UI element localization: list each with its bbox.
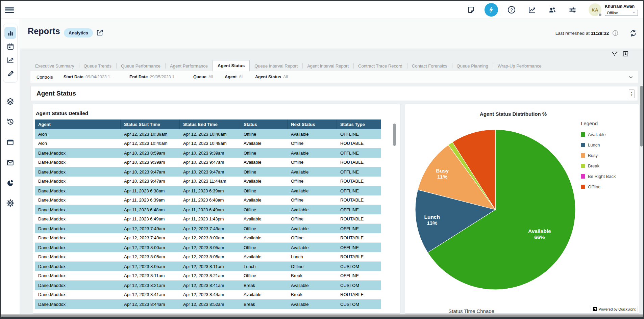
sidebar-item-settings[interactable] — [1, 199, 20, 207]
metrics-chart-icon[interactable] — [522, 1, 542, 19]
filter-start-date[interactable]: Start Date09/04/2023 1... — [64, 75, 114, 79]
column-header-status[interactable]: Status — [240, 119, 288, 129]
tab-agent-interval-report[interactable]: Agent Interval Report — [302, 61, 353, 71]
table-cell: Dane.Maddox — [35, 186, 121, 195]
last-refreshed-text: Last refreshed at 11:28:32 — [555, 31, 609, 36]
table-cell: OFFLINE — [337, 186, 381, 195]
table-cell: Apr 12, 2023 8:05am — [121, 262, 180, 271]
info-icon[interactable] — [612, 30, 619, 36]
column-header-status-start-time[interactable]: Status Start Time — [121, 119, 180, 129]
column-header-status-end-time[interactable]: Status End Time — [180, 119, 240, 129]
legend-label: Available — [588, 132, 606, 137]
tab-queue-performance[interactable]: Queue Performance — [116, 61, 165, 71]
table-row[interactable]: Dane.MaddoxApr 12, 2023 8:11amApr 12, 20… — [35, 271, 381, 281]
legend-item-lunch[interactable]: Lunch — [581, 142, 616, 148]
sidebar-item-analytics[interactable] — [1, 179, 20, 187]
notes-icon[interactable] — [461, 1, 481, 19]
filter-end-date[interactable]: End Date29/05/2023 1... — [129, 75, 178, 79]
table-cell: Available — [240, 290, 288, 299]
table-cell: ROUTABLE — [337, 195, 381, 205]
table-row[interactable]: Dane.MaddoxApr 11, 2023 6:48amApr 11, 20… — [35, 205, 381, 214]
filter-queue[interactable]: QueueAll — [193, 75, 213, 79]
table-cell: Apr 12, 2023 10:40am — [121, 139, 180, 148]
tab-wrap-up-performance[interactable]: Wrap-Up Performance — [493, 61, 546, 71]
column-header-status-type[interactable]: Status Type — [337, 119, 381, 129]
table-cell: Dane.Maddox — [35, 252, 121, 261]
agent-status-select[interactable]: Offline — [605, 10, 638, 16]
tab-executive-summary[interactable]: Executive Summary — [30, 61, 79, 71]
controls-collapse-chevron-icon[interactable] — [628, 75, 633, 81]
table-row[interactable]: Dane.MaddoxApr 10, 2023 9:39amApr 10, 20… — [35, 158, 381, 167]
table-row[interactable]: Dane.MaddoxApr 12, 2023 8:44amApr 12, 20… — [35, 299, 381, 309]
export-icon[interactable] — [622, 51, 629, 58]
sidebar-item-design[interactable] — [4, 68, 16, 79]
table-cell: Offline — [288, 233, 337, 242]
table-row[interactable]: Dane.MaddoxApr 11, 2023 6:49amApr 11, 20… — [35, 214, 381, 224]
sidebar-item-reports[interactable] — [4, 27, 16, 39]
table-row[interactable]: Dane.MaddoxApr 12, 2023 7:49amApr 12, 20… — [35, 224, 381, 233]
table-row[interactable]: Dane.MaddoxApr 12, 2023 8:21amApr 12, 20… — [35, 281, 381, 290]
section-stepper[interactable]: ▲▼ — [629, 89, 635, 98]
calendar-icon — [6, 43, 15, 51]
table-row[interactable]: Dane.MaddoxApr 10, 2023 9:47amApr 10, 20… — [35, 177, 381, 186]
sidebar-item-mail[interactable] — [1, 158, 20, 167]
sidebar-item-history[interactable] — [1, 117, 20, 126]
filter-agent[interactable]: AgentAll — [225, 75, 243, 79]
tab-queue-planning[interactable]: Queue Planning — [452, 61, 493, 71]
quicksight-badge: Powered by QuickSight — [591, 306, 638, 312]
tab-queue-interval-report[interactable]: Queue Interval Report — [250, 61, 302, 71]
table-row[interactable]: Dane.MaddoxApr 12, 2023 8:05amApr 12, 20… — [35, 252, 381, 262]
agent-status-detailed-panel: Agent Status Detailed AgentStatus Start … — [33, 104, 400, 314]
column-header-next-status[interactable]: Next Status — [288, 119, 337, 129]
table-cell: Offline — [240, 148, 288, 158]
sidebar-item-workspace[interactable] — [1, 138, 20, 147]
tab-contract-trace-record[interactable]: Contract Trace Record — [353, 61, 407, 71]
menu-icon[interactable] — [5, 6, 14, 14]
table-row[interactable]: Dane.MaddoxApr 10, 2023 8:59amApr 10, 20… — [35, 148, 381, 158]
external-link-icon[interactable] — [96, 29, 104, 38]
avatar[interactable]: KA — [589, 3, 601, 16]
table-row[interactable]: AlonApr 12, 2023 10:40amApr 12, 2023 10:… — [35, 139, 381, 148]
tab-agent-performance[interactable]: Agent Performance — [165, 61, 213, 71]
realtime-metrics-bolt-icon[interactable] — [481, 1, 501, 19]
legend-item-available[interactable]: Available — [581, 132, 616, 137]
table-row[interactable]: Dane.MaddoxApr 12, 2023 8:05amApr 12, 20… — [35, 262, 381, 271]
table-cell: Apr 12, 2023 8:00am — [180, 233, 240, 242]
table-vertical-scrollbar[interactable] — [393, 124, 396, 146]
refresh-icon[interactable] — [629, 29, 637, 37]
page-horizontal-scrollbar[interactable] — [1, 314, 643, 317]
tab-agent-status[interactable]: Agent Status — [213, 60, 250, 71]
sidebar-item-metrics[interactable] — [4, 54, 16, 66]
analytics-badge[interactable]: Analytics — [64, 28, 93, 37]
pie-chart[interactable]: Available66%Lunch13%Busy11% — [405, 104, 594, 307]
filter-icon[interactable] — [611, 51, 618, 58]
table-row[interactable]: Dane.MaddoxApr 11, 2023 6:39amApr 11, 20… — [35, 195, 381, 205]
table-row[interactable]: AlonApr 12, 2023 10:39amApr 12, 2023 10:… — [35, 129, 381, 139]
help-icon[interactable]: ? — [501, 1, 522, 19]
sidebar-item-schedule[interactable] — [4, 41, 16, 52]
svg-text:?: ? — [510, 7, 513, 12]
filter-agent-status[interactable]: Agent StatusAll — [255, 75, 288, 79]
users-icon[interactable] — [542, 1, 562, 19]
tab-contact-forensics[interactable]: Contact Forensics — [407, 61, 452, 71]
legend-item-offline[interactable]: Offline — [581, 184, 616, 189]
legend-item-busy[interactable]: Busy — [581, 153, 616, 158]
table-row[interactable]: Dane.MaddoxApr 10, 2023 9:47amApr 10, 20… — [35, 167, 381, 177]
legend-swatch — [581, 185, 585, 189]
legend-item-break[interactable]: Break — [581, 163, 616, 168]
table-row[interactable]: Dane.MaddoxApr 11, 2023 6:38amApr 11, 20… — [35, 186, 381, 195]
table-cell: Available — [240, 214, 288, 223]
legend-item-be-right-back[interactable]: Be Right Back — [581, 174, 616, 179]
table-cell: Apr 11, 2023 6:39am — [121, 195, 180, 205]
gear-icon — [6, 199, 15, 207]
table-row[interactable]: Dane.MaddoxApr 12, 2023 7:49amApr 12, 20… — [35, 233, 381, 243]
table-cell: Apr 12, 2023 7:49am — [121, 233, 180, 242]
table-row[interactable]: Dane.MaddoxApr 12, 2023 8:41amApr 12, 20… — [35, 290, 381, 299]
table-cell: OFFLINE — [337, 129, 381, 139]
page-vertical-scrollbar[interactable] — [640, 86, 643, 147]
settings-sliders-icon[interactable] — [562, 1, 583, 19]
column-header-agent[interactable]: Agent — [35, 119, 121, 129]
table-row[interactable]: Dane.MaddoxApr 12, 2023 8:00amApr 12, 20… — [35, 243, 381, 252]
tab-queue-trends[interactable]: Queue Trends — [79, 61, 116, 71]
sidebar-item-layers[interactable] — [1, 97, 20, 106]
